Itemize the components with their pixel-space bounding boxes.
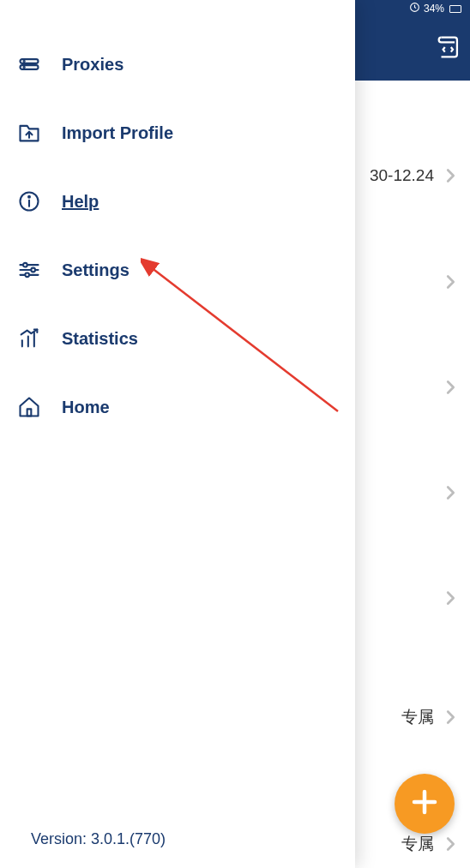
list-row-text: 30-12.24 [370,166,434,185]
sidebar-item-settings[interactable]: Settings [0,236,355,304]
list-row-text: 专属 [401,833,434,855]
sidebar-item-proxies[interactable]: Proxies [0,30,355,99]
info-icon [17,189,41,213]
svg-point-15 [31,268,35,272]
svg-point-14 [23,263,27,267]
chevron-right-icon [441,589,460,608]
list-row[interactable] [434,378,470,397]
sidebar-item-label: Import Profile [62,123,173,143]
list-row[interactable] [434,589,470,608]
add-button[interactable] [395,774,455,834]
home-icon [17,395,41,419]
list-row[interactable] [434,272,470,291]
list-row[interactable]: 专属 [401,706,470,728]
plus-icon [409,787,440,821]
sidebar-drawer: Proxies Import Profile Help [0,0,355,868]
svg-point-5 [24,61,25,62]
sidebar-item-label: Statistics [62,329,138,349]
version-text: Version: 3.0.1.(770) [31,830,166,848]
clock-icon [409,2,420,15]
chevron-right-icon [441,483,460,502]
svg-point-6 [24,67,25,68]
chevron-right-icon [441,272,460,291]
sidebar-item-label: Proxies [62,55,124,75]
list-row[interactable]: 专属 [401,833,470,855]
chevron-right-icon [441,378,460,397]
chevron-right-icon [441,708,460,727]
sidebar-item-label: Settings [62,260,130,280]
proxies-icon [17,52,41,76]
sidebar-item-label: Home [62,398,110,417]
battery-icon [449,5,461,13]
sidebar-item-home[interactable]: Home [0,373,355,441]
import-icon [17,121,41,145]
settings-icon [17,258,41,282]
battery-percent: 34% [424,3,444,15]
list-row-text: 专属 [401,706,434,728]
chevron-right-icon [441,166,460,185]
sidebar-item-help[interactable]: Help [0,167,355,236]
svg-point-10 [28,196,30,198]
stats-icon [17,326,41,350]
code-scroll-icon[interactable] [434,33,463,65]
sidebar-item-label: Help [62,192,99,212]
chevron-right-icon [441,835,460,853]
list-row[interactable] [434,483,470,502]
list-row[interactable]: 30-12.24 [370,166,470,185]
sidebar-item-import[interactable]: Import Profile [0,99,355,167]
svg-point-16 [25,273,29,278]
sidebar-item-statistics[interactable]: Statistics [0,304,355,373]
svg-rect-20 [27,409,32,416]
header-bar [355,17,470,81]
